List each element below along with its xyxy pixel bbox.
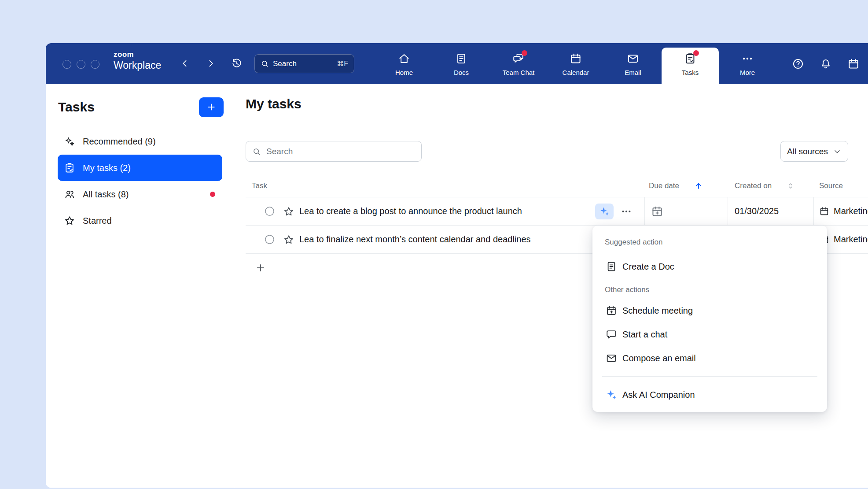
menu-item-compose-email[interactable]: Compose an email (592, 346, 827, 370)
ai-sparkle-icon (599, 206, 610, 217)
sparkles-icon (64, 136, 75, 147)
ai-companion-button[interactable] (595, 204, 614, 219)
window-control-button[interactable] (91, 60, 99, 69)
menu-divider (602, 376, 817, 377)
plus-icon (255, 262, 266, 274)
chat-bubble-icon (606, 329, 617, 340)
nav-item-calendar[interactable]: Calendar (547, 43, 604, 84)
help-button[interactable] (792, 58, 804, 70)
notifications-button[interactable] (820, 58, 832, 70)
sort-toggle-icon[interactable] (787, 182, 794, 190)
people-icon (64, 189, 75, 200)
source-filter-dropdown[interactable]: All sources (780, 141, 848, 162)
envelope-icon (606, 352, 617, 364)
tasks-sidebar: Tasks Recommended (9) My tasks (2) All t… (46, 84, 234, 488)
task-title: Lea to create a blog post to announce th… (299, 206, 522, 216)
plus-icon (206, 102, 217, 112)
doc-icon (606, 261, 617, 272)
source-filter-label: All sources (787, 147, 828, 156)
nav-item-docs[interactable]: Docs (433, 43, 490, 84)
nav-label: Email (625, 69, 641, 76)
bell-icon (820, 58, 832, 70)
menu-section-label: Other actions (592, 281, 827, 299)
sort-ascending-icon[interactable] (694, 182, 703, 190)
history-button[interactable] (230, 57, 243, 70)
calendar-icon (570, 52, 582, 65)
menu-section-label: Suggested action (592, 233, 827, 251)
sidebar-item-starred[interactable]: Starred (58, 207, 222, 234)
chevron-down-icon (833, 147, 842, 156)
star-toggle[interactable] (283, 234, 294, 245)
topbar-right-actions (792, 43, 860, 84)
help-icon (792, 58, 804, 70)
topbar: zoom Workplace Search ⌘F Home Docs (46, 43, 868, 84)
page-title: My tasks (246, 96, 302, 111)
notification-badge (210, 192, 215, 197)
docs-icon (455, 52, 467, 65)
primary-navigation: Home Docs Team Chat Calendar Email (375, 43, 776, 84)
sidebar-item-all-tasks[interactable]: All tasks (8) (58, 181, 222, 207)
sidebar-item-label: All tasks (8) (83, 189, 129, 200)
email-icon (627, 52, 639, 65)
global-search-label: Search (273, 59, 297, 68)
column-header-due-date[interactable]: Due date (645, 182, 728, 190)
chevron-left-icon (180, 58, 190, 69)
zoom-workplace-logo: zoom Workplace (114, 51, 161, 70)
search-icon (252, 147, 261, 156)
app-window: zoom Workplace Search ⌘F Home Docs (46, 43, 868, 488)
task-row[interactable]: Lea to create a blog post to announce th… (246, 197, 868, 226)
sidebar-title: Tasks (58, 100, 95, 115)
column-header-task: Task (246, 182, 645, 190)
calendar-icon (847, 58, 860, 70)
task-checkbox[interactable] (264, 206, 275, 217)
nav-label: Team Chat (503, 69, 535, 76)
sidebar-item-my-tasks[interactable]: My tasks (2) (58, 155, 222, 181)
more-icon (741, 52, 754, 65)
global-search[interactable]: Search ⌘F (254, 54, 354, 73)
logo-brand: zoom (114, 51, 161, 58)
sidebar-item-recommended[interactable]: Recommended (9) (58, 128, 222, 155)
nav-item-tasks[interactable]: Tasks (662, 48, 719, 84)
history-icon (231, 58, 243, 69)
task-search-field[interactable] (246, 141, 422, 162)
menu-item-create-doc[interactable]: Create a Doc (592, 255, 827, 278)
nav-item-home[interactable]: Home (375, 43, 433, 84)
task-title: Lea to finalize next month’s content cal… (299, 234, 531, 244)
sidebar-navigation: Recommended (9) My tasks (2) All tasks (… (58, 128, 222, 234)
ai-sparkle-icon (606, 389, 617, 400)
nav-item-email[interactable]: Email (604, 43, 662, 84)
chevron-right-icon (206, 58, 216, 69)
sidebar-item-label: Starred (83, 216, 112, 226)
nav-item-team-chat[interactable]: Team Chat (490, 43, 547, 84)
nav-item-more[interactable]: More (719, 43, 776, 84)
column-header-source: Source (814, 182, 868, 190)
source-label: Marketing (834, 234, 868, 244)
task-checkbox[interactable] (264, 234, 275, 245)
forward-button[interactable] (204, 57, 217, 70)
nav-label: Docs (454, 69, 469, 76)
clipboard-check-icon (64, 162, 75, 174)
search-icon (261, 59, 269, 68)
nav-label: Home (395, 69, 413, 76)
created-on-value: 01/30/2025 (735, 206, 779, 216)
menu-item-start-chat[interactable]: Start a chat (592, 322, 827, 346)
more-actions-button[interactable] (621, 206, 632, 217)
schedule-button[interactable] (847, 58, 860, 70)
task-search-input[interactable] (265, 146, 415, 157)
window-control-button[interactable] (63, 60, 71, 69)
menu-item-schedule-meeting[interactable]: Schedule meeting (592, 299, 827, 322)
window-control-button[interactable] (77, 60, 85, 69)
sidebar-item-label: Recommended (9) (83, 137, 156, 147)
new-task-button[interactable] (199, 97, 224, 117)
menu-item-ask-ai-companion[interactable]: Ask AI Companion (592, 383, 827, 407)
calendar-icon (819, 206, 829, 216)
calendar-plus-icon (606, 305, 617, 316)
column-header-created-on[interactable]: Created on (728, 182, 814, 190)
logo-product: Workplace (114, 60, 161, 70)
add-due-date-icon[interactable] (651, 205, 663, 218)
notification-badge (522, 50, 527, 56)
window-controls (63, 60, 99, 69)
notification-badge (693, 50, 699, 56)
star-toggle[interactable] (283, 206, 294, 217)
back-button[interactable] (178, 57, 191, 70)
